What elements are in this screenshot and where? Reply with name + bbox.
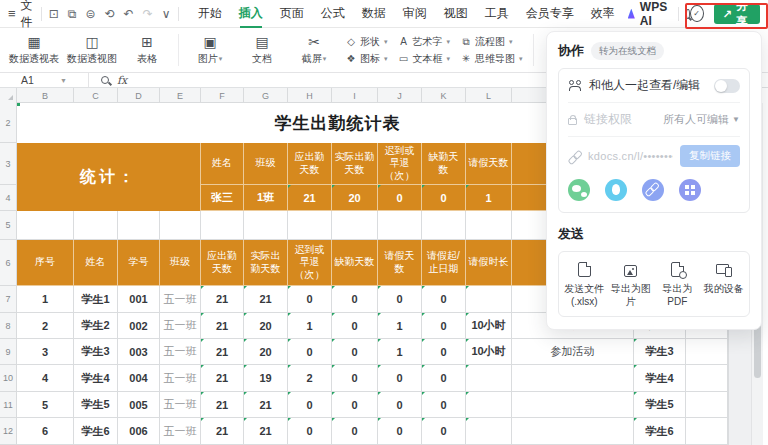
- tab-页面[interactable]: 页面: [279, 0, 305, 27]
- data-cell[interactable]: 学生5: [634, 392, 686, 418]
- data-cell[interactable]: 学生4: [634, 365, 686, 392]
- data-cell[interactable]: 10小时: [466, 339, 512, 365]
- data-cell[interactable]: 21: [244, 392, 288, 418]
- ribbon-button-数据透视图[interactable]: ◫数据透视图: [64, 30, 120, 70]
- ribbon-button-截屏[interactable]: ✂截屏: [289, 30, 339, 70]
- row-header-8[interactable]: 8: [0, 313, 17, 339]
- row-header-7[interactable]: 7: [0, 286, 17, 313]
- cell[interactable]: [422, 211, 466, 240]
- sync-icon[interactable]: ⟲: [105, 7, 115, 21]
- stats-value-cell[interactable]: 21: [288, 185, 332, 211]
- ribbon-button-形状[interactable]: ◇形状: [345, 35, 388, 49]
- data-cell[interactable]: [686, 392, 728, 418]
- tab-视图[interactable]: 视图: [443, 0, 469, 27]
- stats-header-cell[interactable]: 缺勤天数: [422, 143, 466, 185]
- data-cell[interactable]: 学生6: [74, 418, 118, 445]
- table-header-cell[interactable]: 学号: [118, 240, 160, 286]
- data-cell[interactable]: 1: [378, 313, 422, 339]
- cell[interactable]: [288, 211, 332, 240]
- table-header-cell[interactable]: 姓名: [74, 240, 118, 286]
- data-cell[interactable]: [466, 418, 512, 445]
- cell[interactable]: [332, 211, 378, 240]
- tab-公式[interactable]: 公式: [320, 0, 346, 27]
- table-header-cell[interactable]: 实际出勤天数: [244, 240, 288, 286]
- column-header-E[interactable]: E: [160, 88, 201, 103]
- column-header-F[interactable]: F: [201, 88, 244, 103]
- data-cell[interactable]: 1: [378, 339, 422, 365]
- data-cell[interactable]: 学生6: [634, 418, 686, 445]
- data-cell[interactable]: 0: [422, 286, 466, 313]
- coop-toggle[interactable]: [714, 79, 740, 93]
- data-cell[interactable]: 5: [17, 392, 74, 418]
- tab-工具[interactable]: 工具: [484, 0, 510, 27]
- table-header-cell[interactable]: 应出勤天数: [201, 240, 244, 286]
- stats-header-cell[interactable]: 请假天数: [466, 143, 512, 185]
- data-cell[interactable]: 21: [201, 313, 244, 339]
- row-header-5[interactable]: 5: [0, 211, 17, 240]
- table-header-cell[interactable]: 序号: [17, 240, 74, 286]
- file-menu[interactable]: ≡ 文件: [8, 0, 33, 31]
- data-cell[interactable]: 0: [288, 418, 332, 445]
- stats-value-cell[interactable]: 1: [466, 185, 512, 211]
- data-cell[interactable]: 五一班: [160, 365, 201, 392]
- share-button[interactable]: ↗ 分享: [714, 4, 760, 24]
- data-cell[interactable]: 0: [332, 365, 378, 392]
- data-cell[interactable]: 10小时: [466, 313, 512, 339]
- stats-header-cell[interactable]: 实际出勤天数: [332, 143, 378, 185]
- ribbon-button-图标[interactable]: ❖图标: [345, 52, 388, 66]
- column-header-I[interactable]: I: [332, 88, 378, 103]
- table-header-cell[interactable]: 请假天数: [378, 240, 422, 286]
- stats-value-cell[interactable]: 张三: [201, 185, 244, 211]
- data-cell[interactable]: 20: [244, 339, 288, 365]
- stats-value-cell[interactable]: 1班: [244, 185, 288, 211]
- data-cell[interactable]: 3: [17, 339, 74, 365]
- row-header-10[interactable]: 10: [0, 365, 17, 392]
- wechat-icon[interactable]: [568, 179, 590, 201]
- column-header-G[interactable]: G: [244, 88, 288, 103]
- row-header-6[interactable]: 6: [0, 240, 17, 286]
- permission-row[interactable]: 链接权限 所有人可编辑 ▼: [559, 103, 749, 136]
- cell[interactable]: [244, 211, 288, 240]
- data-cell[interactable]: 21: [201, 286, 244, 313]
- data-cell[interactable]: 学生1: [74, 286, 118, 313]
- cell[interactable]: [17, 211, 74, 240]
- ribbon-button-数据透视表[interactable]: ▦数据透视表: [6, 30, 62, 70]
- column-header-J[interactable]: J: [378, 88, 422, 103]
- data-cell[interactable]: 0: [288, 286, 332, 313]
- data-cell[interactable]: 21: [244, 286, 288, 313]
- data-cell[interactable]: 0: [288, 392, 332, 418]
- ribbon-button-图片[interactable]: ▣图片: [185, 30, 235, 70]
- tab-数据[interactable]: 数据: [361, 0, 387, 27]
- data-cell[interactable]: 0: [378, 286, 422, 313]
- data-cell[interactable]: 21: [201, 392, 244, 418]
- data-cell[interactable]: 0: [378, 392, 422, 418]
- table-header-cell[interactable]: 请假时长: [466, 240, 512, 286]
- cell[interactable]: [378, 211, 422, 240]
- undo-icon[interactable]: ↶: [124, 7, 134, 21]
- data-cell[interactable]: 005: [118, 392, 160, 418]
- column-header-L[interactable]: L: [466, 88, 512, 103]
- cell[interactable]: [74, 211, 118, 240]
- data-cell[interactable]: 学生4: [74, 365, 118, 392]
- redo-icon[interactable]: ↷: [143, 7, 153, 21]
- data-cell[interactable]: [686, 418, 728, 445]
- data-cell[interactable]: 21: [201, 365, 244, 392]
- cell[interactable]: [118, 211, 160, 240]
- copy-link-icon[interactable]: [642, 179, 664, 201]
- column-header-H[interactable]: H: [288, 88, 332, 103]
- column-header-D[interactable]: D: [118, 88, 160, 103]
- qr-code-icon[interactable]: [679, 179, 701, 201]
- name-box[interactable]: A1 ▼: [0, 73, 89, 87]
- ribbon-button-文本框[interactable]: ▭文本框: [398, 52, 451, 66]
- stats-header-cell[interactable]: 姓名: [201, 143, 244, 185]
- data-cell[interactable]: 0: [332, 392, 378, 418]
- tab-效率[interactable]: 效率: [590, 0, 616, 27]
- data-cell[interactable]: 001: [118, 286, 160, 313]
- data-cell[interactable]: 0: [422, 418, 466, 445]
- data-cell[interactable]: 2: [288, 365, 332, 392]
- data-cell[interactable]: 21: [201, 418, 244, 445]
- data-cell[interactable]: 002: [118, 313, 160, 339]
- select-all-corner[interactable]: [0, 88, 17, 103]
- data-cell[interactable]: 21: [244, 418, 288, 445]
- cell[interactable]: [466, 211, 512, 240]
